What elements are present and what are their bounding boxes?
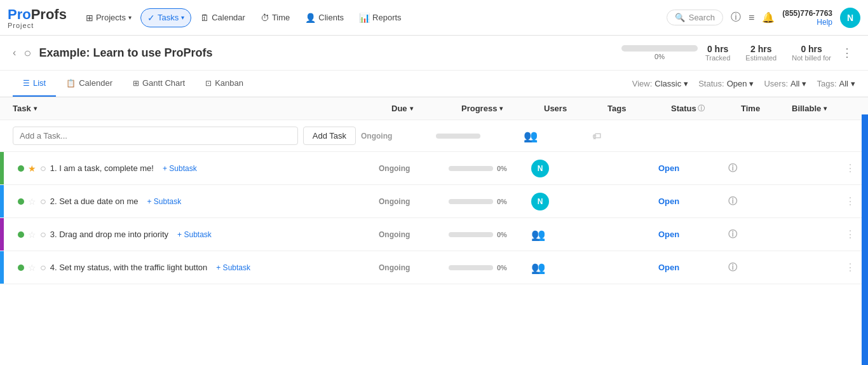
tab-list[interactable]: ☰ List (13, 71, 56, 97)
task-complete-icon[interactable]: ○ (40, 163, 46, 174)
kanban-icon: ⊡ (205, 79, 212, 88)
estimated-label: Estimated (745, 54, 776, 62)
task-name: 2. Set a due date on me (50, 196, 139, 206)
star-icon[interactable]: ☆ (28, 196, 36, 207)
task-col: ☆ ○ 3. Drag and drop me into priority + … (13, 229, 379, 240)
star-icon[interactable]: ☆ (28, 230, 36, 240)
task-users-col: N (531, 160, 595, 177)
clock-icon: ⓘ (728, 196, 737, 206)
task-more-button[interactable]: ⋮ (845, 162, 855, 174)
add-task-button[interactable]: Add Task (303, 127, 356, 145)
task-user-avatar: N (531, 160, 549, 177)
filters: View: Classic ▾ Status: Open ▾ Users: Al… (632, 79, 855, 88)
task-status[interactable]: Open (658, 163, 679, 173)
nav-reports[interactable]: 📊 Reports (353, 9, 408, 27)
nav-calendar[interactable]: 🗓 Calendar (194, 9, 252, 27)
filter-tags-value: All (839, 79, 848, 88)
add-subtask-button[interactable]: + Subtask (177, 230, 212, 239)
add-task-ongoing: Ongoing (361, 132, 431, 141)
task-status-col: Open (658, 163, 728, 173)
stat-notbilled: 0 hrs Not billed for (792, 44, 831, 62)
filter-tags[interactable]: Tags: All ▾ (817, 79, 855, 88)
task-due: Ongoing (379, 197, 449, 206)
col-progress-header[interactable]: Progress ▾ (461, 104, 544, 113)
col-status-label: Status (671, 104, 696, 113)
chevron-down-icon: ▾ (802, 79, 806, 88)
project-check-icon[interactable]: ○ (24, 46, 31, 60)
tab-gantt-label: Gantt Chart (142, 78, 185, 88)
tab-kanban[interactable]: ⊡ Kanban (195, 71, 254, 97)
gantt-icon: ⊞ (133, 79, 139, 88)
time-icon: ⏱ (261, 13, 269, 23)
filter-view[interactable]: View: Classic ▾ (632, 79, 688, 88)
add-subtask-button[interactable]: + Subtask (163, 164, 197, 173)
more-options-button[interactable]: ⋮ (839, 43, 855, 62)
project-progress: 0% (621, 45, 698, 60)
task-status-col: Open (658, 230, 728, 239)
filter-status[interactable]: Status: Open ▾ (698, 79, 754, 88)
add-subtask-button[interactable]: + Subtask (147, 197, 181, 206)
task-name: 4. Set my status, with the traffic light… (50, 263, 208, 272)
phone-number: (855)776-7763 (782, 9, 832, 18)
task-col: ☆ ○ 4. Set my status, with the traffic l… (13, 262, 379, 273)
bell-icon[interactable]: 🔔 (762, 11, 775, 24)
task-status[interactable]: Open (658, 263, 679, 272)
search-label: Search (689, 13, 715, 22)
task-status-dot (18, 198, 24, 205)
col-progress-label: Progress (461, 104, 497, 113)
star-icon[interactable]: ☆ (28, 263, 36, 273)
task-status[interactable]: Open (658, 196, 679, 206)
col-task-header[interactable]: Task ▾ (13, 104, 391, 113)
add-subtask-button[interactable]: + Subtask (216, 263, 250, 272)
col-users-label: Users (544, 104, 567, 113)
priority-bar (0, 185, 4, 217)
reports-icon: 📊 (359, 13, 370, 23)
star-icon[interactable]: ★ (28, 163, 36, 174)
col-billable-label: Billable (792, 104, 821, 113)
task-more-button[interactable]: ⋮ (845, 261, 855, 273)
col-tags-header: Tags (607, 104, 671, 113)
task-more-button[interactable]: ⋮ (845, 195, 855, 207)
task-status-col: Open (658, 263, 728, 272)
phone-help: (855)776-7763 Help (782, 9, 832, 27)
task-due: Ongoing (379, 230, 449, 239)
menu-icon[interactable]: ≡ (749, 12, 754, 24)
filter-users[interactable]: Users: All ▾ (764, 79, 806, 88)
task-status[interactable]: Open (658, 230, 679, 239)
add-task-input[interactable] (13, 127, 298, 145)
user-avatar[interactable]: N (840, 8, 860, 28)
nav-clients-label: Clients (318, 13, 344, 22)
back-button[interactable]: ‹ (13, 47, 16, 59)
col-due-label: Due (391, 104, 407, 113)
stat-tracked: 0 hrs Tracked (705, 44, 730, 62)
tab-gantt[interactable]: ⊞ Gantt Chart (123, 71, 195, 97)
nav-clients[interactable]: 👤 Clients (299, 9, 350, 27)
chevron-down-icon: ▾ (499, 105, 503, 112)
help-link[interactable]: Help (782, 18, 832, 27)
filter-tags-label: Tags: (817, 79, 836, 88)
nav-reports-label: Reports (372, 13, 402, 22)
task-time-col: ⓘ (728, 196, 779, 207)
task-complete-icon[interactable]: ○ (40, 262, 46, 273)
nav-calendar-label: Calendar (212, 13, 245, 22)
clients-icon: 👤 (305, 13, 316, 23)
tab-calendar[interactable]: 📋 Calender (56, 71, 123, 97)
help-circle-icon[interactable]: ⓘ (731, 11, 741, 24)
task-time-col: ⓘ (728, 262, 779, 273)
stat-estimated: 2 hrs Estimated (745, 44, 776, 62)
col-billable-header[interactable]: Billable ▾ (792, 104, 855, 113)
search-box[interactable]: 🔍 Search (667, 10, 723, 25)
clock-icon: ⓘ (728, 229, 737, 239)
right-edge-button[interactable] (862, 114, 868, 284)
task-complete-icon[interactable]: ○ (40, 196, 46, 207)
nav-time[interactable]: ⏱ Time (254, 9, 296, 27)
task-complete-icon[interactable]: ○ (40, 229, 46, 240)
nav-projects[interactable]: ⊞ Projects ▾ (79, 9, 138, 27)
task-progress-bar (449, 199, 493, 204)
col-users-header: Users (544, 104, 607, 113)
nav-tasks[interactable]: ✓ Tasks ▾ (140, 8, 191, 27)
filter-status-label: Status: (698, 79, 724, 88)
col-due-header[interactable]: Due ▾ (391, 104, 461, 113)
nav-time-label: Time (272, 13, 290, 22)
task-more-button[interactable]: ⋮ (845, 228, 855, 240)
